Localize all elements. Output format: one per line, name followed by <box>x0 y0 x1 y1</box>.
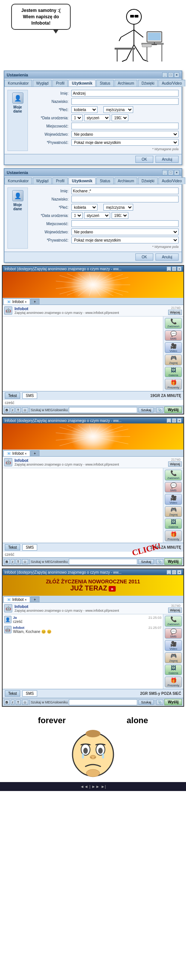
right-btn-game-2[interactable]: 🎮 Zagraj <box>165 506 182 517</box>
tab-audio-1[interactable]: Audio/Video <box>158 80 185 86</box>
chat-tab-infobot-3[interactable]: 📧 Infobot × <box>3 597 30 602</box>
right-btn-video-1[interactable]: 🎥 Video <box>165 342 182 353</box>
btn-cancel-2[interactable]: Anuluj <box>156 253 178 261</box>
footer-tab-sms-1[interactable]: SMS <box>22 393 37 399</box>
chat-tab-close-2[interactable]: × <box>25 452 27 455</box>
right-btn-call-2[interactable]: 📞 Zadzwoń <box>165 470 182 480</box>
toolbar-attach-3[interactable]: 📎 <box>156 700 163 705</box>
input-nazwisko-2[interactable] <box>71 196 178 202</box>
chat-tab-close-3[interactable]: × <box>25 598 27 601</box>
send-btn-3[interactable]: Wyślij <box>164 699 182 705</box>
right-btn-sms-2[interactable]: 💬 SMS <box>165 482 182 493</box>
right-btn-gifts-2[interactable]: 🎁 Prezenty <box>165 530 182 541</box>
tab-archiwum-1[interactable]: Archiwum <box>115 80 138 86</box>
toolbar-attach-2[interactable]: 📎 <box>156 559 163 564</box>
right-btn-gallery-3[interactable]: 🖼 Galeria <box>165 665 182 675</box>
chat-maximize-1[interactable]: □ <box>172 267 177 271</box>
search-input-3[interactable] <box>69 699 137 705</box>
select-day-1[interactable]: 1 <box>71 115 83 121</box>
select-woj-1[interactable]: Nie podano <box>71 131 178 138</box>
toolbar-italic-2[interactable]: I <box>11 559 15 564</box>
tab-wyglad-1[interactable]: Wygląd <box>33 80 52 86</box>
win-minimize-2[interactable]: _ <box>162 170 167 175</box>
toolbar-italic-1[interactable]: I <box>11 407 15 413</box>
chat-close-1[interactable]: × <box>177 267 181 271</box>
btn-cancel-1[interactable]: Anuluj <box>156 156 178 163</box>
toolbar-bold-2[interactable]: B <box>4 559 9 564</box>
chat-tab-new-3[interactable]: + <box>30 597 39 602</box>
tab-profil-2[interactable]: Profil <box>52 177 68 184</box>
footer-tab-text-3[interactable]: Tekst <box>5 690 20 697</box>
send-btn-2[interactable]: Wyślij <box>164 558 182 565</box>
chat-more-btn-2[interactable]: Więcej <box>168 461 182 467</box>
win-maximize-2[interactable]: □ <box>168 170 173 175</box>
tab-uzytkownik-2[interactable]: Użytkownik <box>68 177 96 184</box>
select-day-2[interactable]: 1 <box>71 212 83 219</box>
select-plec2-1[interactable]: mężczyznakobieta <box>103 106 133 113</box>
chat-minimize-2[interactable]: _ <box>167 418 171 423</box>
chat-more-btn-1[interactable]: Więcej <box>168 310 182 315</box>
tab-audio-2[interactable]: Audio/Video <box>158 177 185 184</box>
select-month-1[interactable]: styczeń <box>84 115 110 121</box>
chat-close-2[interactable]: × <box>177 418 181 423</box>
new-year-ad-banner[interactable]: ZŁÓŻ ŻYCZENIA NOWOROCZNE 2011 JUŻ TERAZ … <box>3 575 183 596</box>
footer-tab-sms-3[interactable]: SMS <box>22 690 37 697</box>
tab-profil-1[interactable]: Profil <box>52 80 68 86</box>
right-btn-video-2[interactable]: 🎥 Video <box>165 494 182 505</box>
win-minimize-1[interactable]: _ <box>162 72 167 78</box>
right-btn-game-1[interactable]: 🎮 Zagraj <box>165 355 182 365</box>
tab-dzwieki-1[interactable]: Dźwięki <box>138 80 158 86</box>
toolbar-italic-3[interactable]: I <box>11 700 15 705</box>
tab-dzwieki-2[interactable]: Dźwięki <box>138 177 158 184</box>
chat-tab-infobot-2[interactable]: 📧 Infobot × <box>3 450 30 456</box>
right-btn-gallery-2[interactable]: 🖼 Galeria <box>165 519 182 529</box>
search-btn-1[interactable]: Szukaj <box>139 407 154 413</box>
send-btn-1[interactable]: Wyślij <box>164 407 182 413</box>
right-btn-sms-1[interactable]: 💬 SMS <box>165 330 182 341</box>
tab-uzytkownik-1[interactable]: Użytkownik <box>68 80 96 86</box>
tab-archiwum-2[interactable]: Archiwum <box>115 177 138 184</box>
right-btn-call-3[interactable]: 📞 Zadzwoń <box>165 616 182 627</box>
btn-ok-2[interactable]: OK <box>136 253 153 261</box>
chat-minimize-1[interactable]: _ <box>167 267 171 271</box>
toolbar-emoji-1[interactable]: ☺ <box>22 407 28 413</box>
tab-wyglad-2[interactable]: Wygląd <box>33 177 52 184</box>
right-btn-sms-3[interactable]: 💬 SMS <box>165 628 182 639</box>
chat-ad-banner-2[interactable] <box>3 423 183 450</box>
select-year-2[interactable]: 1902 <box>112 212 128 219</box>
input-miejscowosc-2[interactable] <box>71 220 178 227</box>
search-input-2[interactable] <box>69 559 137 565</box>
search-btn-2[interactable]: Szukaj <box>139 559 154 564</box>
chat-maximize-3[interactable]: □ <box>172 570 177 574</box>
select-month-2[interactable]: styczeń <box>84 212 110 219</box>
chat-minimize-3[interactable]: _ <box>167 570 171 574</box>
tab-status-1[interactable]: Status <box>96 80 113 86</box>
chat-tab-new-2[interactable]: + <box>30 450 39 456</box>
right-btn-game-3[interactable]: 🎮 Zagraj <box>165 652 182 663</box>
tab-komunikator-2[interactable]: Komunikator <box>5 177 32 184</box>
chat-tab-infobot-1[interactable]: 📧 Infobot × <box>3 299 30 305</box>
chat-tab-new-1[interactable]: + <box>30 299 39 305</box>
input-imie-2[interactable] <box>71 188 178 194</box>
footer-tab-sms-2[interactable]: SMS <box>22 544 37 550</box>
btn-ok-1[interactable]: OK <box>136 156 153 163</box>
toolbar-attach-1[interactable]: 📎 <box>156 407 163 413</box>
select-plec2-2[interactable]: mężczyznakobieta <box>103 204 133 211</box>
select-pryw-1[interactable]: Pokaż moje dane wszystkim <box>71 139 178 146</box>
toolbar-format-3[interactable]: T <box>16 700 21 705</box>
chat-close-3[interactable]: × <box>177 570 181 574</box>
chat-more-btn-3[interactable]: Więcej <box>168 608 182 613</box>
chat-ad-banner-1[interactable] <box>3 272 183 298</box>
win-close-2[interactable]: × <box>174 170 179 175</box>
input-imie-1[interactable] <box>71 90 178 97</box>
select-pryw-2[interactable]: Pokaż moje dane wszystkim <box>71 237 178 243</box>
select-plec1-1[interactable]: kobietamężczyzna <box>71 106 98 113</box>
footer-tab-text-1[interactable]: Tekst <box>5 393 20 399</box>
toolbar-emoji-2[interactable]: ☺ <box>22 559 28 564</box>
select-year-1[interactable]: 1902 <box>112 115 128 121</box>
input-miejscowosc-1[interactable] <box>71 123 178 129</box>
toolbar-bold-1[interactable]: B <box>4 407 9 413</box>
right-btn-call-1[interactable]: 📞 Zadzwoń <box>165 318 182 329</box>
toolbar-bold-3[interactable]: B <box>4 700 9 705</box>
footer-tab-text-2[interactable]: Tekst <box>5 544 20 550</box>
